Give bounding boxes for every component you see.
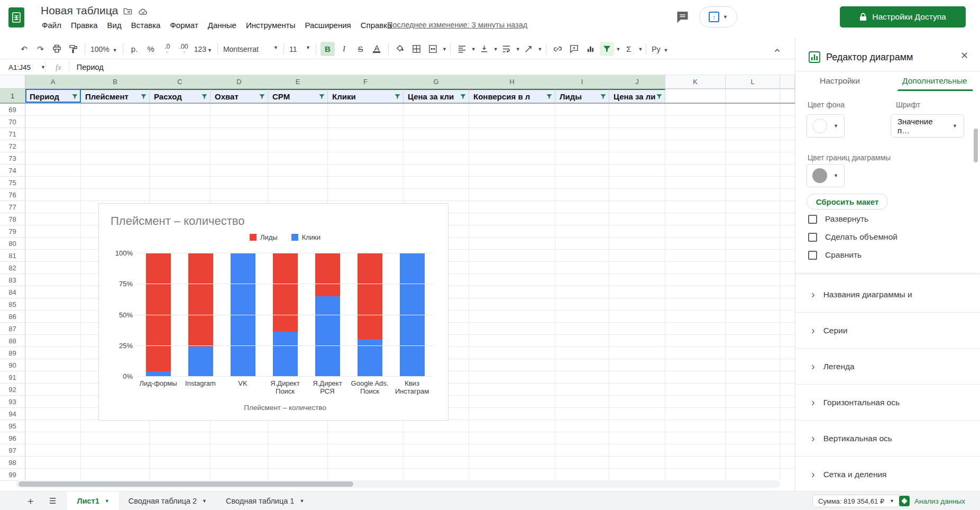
row-header-82[interactable]: 82 xyxy=(0,262,25,274)
row-header-78[interactable]: 78 xyxy=(0,213,25,225)
filter-header-cell-A[interactable]: Период xyxy=(25,89,81,103)
more-formats-button[interactable]: 123▼ xyxy=(192,45,214,53)
reset-layout-button[interactable]: Сбросить макет xyxy=(807,194,888,210)
column-header-G[interactable]: G xyxy=(404,75,469,89)
share-button[interactable]: Настройки Доступа xyxy=(840,6,966,28)
merge-caret-icon[interactable]: ▼ xyxy=(442,47,447,52)
menu-item-Правка[interactable]: Правка xyxy=(66,20,103,31)
present-caret-icon[interactable]: ▼ xyxy=(723,14,728,20)
sheet-tab-caret-icon[interactable]: ▼ xyxy=(202,498,207,504)
text-rotation-button[interactable] xyxy=(521,42,536,56)
row-header-90[interactable]: 90 xyxy=(0,359,25,371)
sheet-tab-caret-icon[interactable]: ▼ xyxy=(299,498,304,504)
name-box[interactable]: A1:J45▼ xyxy=(0,63,45,71)
column-header-B[interactable]: B xyxy=(81,75,150,89)
redo-button[interactable]: ↷ xyxy=(33,42,48,56)
row-header-89[interactable]: 89 xyxy=(0,347,25,359)
row-header-91[interactable]: 91 xyxy=(0,371,25,384)
insert-comment-button[interactable] xyxy=(567,42,581,56)
section-Серии[interactable]: ›Серии xyxy=(795,313,980,349)
bold-button[interactable]: B xyxy=(320,42,335,56)
currency-format-button[interactable]: р. xyxy=(127,42,142,56)
horizontal-align-caret-icon[interactable]: ▼ xyxy=(471,47,476,52)
text-rotation-caret-icon[interactable]: ▼ xyxy=(538,47,543,52)
sheet-tab-Сводная таблица 1[interactable]: Сводная таблица 1▼ xyxy=(216,491,314,510)
column-header-I[interactable]: I xyxy=(555,75,609,89)
filter-header-cell-I[interactable]: Лиды xyxy=(555,89,609,103)
font-select[interactable]: Montserrat▼ xyxy=(221,45,280,53)
cloud-status-icon[interactable] xyxy=(139,7,148,15)
column-header-A[interactable]: A xyxy=(25,75,81,89)
filter-icon[interactable] xyxy=(460,93,466,100)
select-all-corner[interactable] xyxy=(0,75,25,89)
tab-customize[interactable]: Дополнительные xyxy=(902,76,967,91)
sheet-tab-Сводная таблица 2[interactable]: Сводная таблица 2▼ xyxy=(119,491,216,510)
menu-item-Файл[interactable]: Файл xyxy=(37,20,66,31)
row-header-96[interactable]: 96 xyxy=(0,432,25,444)
row-header-72[interactable]: 72 xyxy=(0,140,25,152)
close-panel-icon[interactable]: ✕ xyxy=(960,50,968,61)
row-header-74[interactable]: 74 xyxy=(0,165,25,177)
empty-cell-K1[interactable] xyxy=(665,89,726,103)
decrease-decimal-button[interactable]: .0← xyxy=(160,42,175,56)
row-header-73[interactable]: 73 xyxy=(0,152,25,165)
sheets-logo-icon[interactable] xyxy=(8,7,24,28)
functions-caret-icon[interactable]: ▼ xyxy=(638,47,643,52)
filter-header-cell-E[interactable]: CPM xyxy=(268,89,328,103)
all-sheets-button[interactable]: ☰ xyxy=(49,496,56,506)
horizontal-align-button[interactable] xyxy=(455,42,469,56)
sum-chip[interactable]: Сумма: 819 354,61 ₽ ▼ xyxy=(812,495,900,507)
column-header-H[interactable]: H xyxy=(469,75,555,89)
collapse-toolbar-button[interactable] xyxy=(770,43,784,58)
filter-button[interactable] xyxy=(600,42,614,56)
column-header-C[interactable]: C xyxy=(150,75,210,89)
border-color-dropdown[interactable]: ▼ xyxy=(807,164,845,187)
horizontal-scrollbar-thumb[interactable] xyxy=(19,481,353,487)
menu-item-Вставка[interactable]: Вставка xyxy=(126,20,166,31)
row-header-81[interactable]: 81 xyxy=(0,250,25,262)
row-header-77[interactable]: 77 xyxy=(0,201,25,213)
row-header-80[interactable]: 80 xyxy=(0,238,25,250)
filter-icon[interactable] xyxy=(394,93,401,100)
row-header-71[interactable]: 71 xyxy=(0,128,25,140)
paint-format-button[interactable] xyxy=(66,42,80,56)
filter-header-cell-B[interactable]: Плейсмент xyxy=(81,89,150,103)
font-dropdown[interactable]: Значение п… ▼ xyxy=(891,114,964,138)
filter-icon[interactable] xyxy=(201,93,208,100)
document-title[interactable]: Новая таблица xyxy=(41,4,118,17)
row-header-92[interactable]: 92 xyxy=(0,384,25,396)
filter-icon[interactable] xyxy=(318,93,325,100)
row-header-93[interactable]: 93 xyxy=(0,396,25,408)
horizontal-scrollbar[interactable] xyxy=(16,480,780,488)
row-header-84[interactable]: 84 xyxy=(0,286,25,298)
star-icon[interactable]: ☆ xyxy=(107,6,115,17)
filter-icon[interactable] xyxy=(259,93,265,100)
menu-item-Вид[interactable]: Вид xyxy=(103,20,126,31)
increase-decimal-button[interactable]: .00→ xyxy=(177,42,191,56)
present-button[interactable]: ↑ ▼ xyxy=(699,6,737,28)
filter-header-cell-G[interactable]: Цена за кли xyxy=(404,89,469,103)
formula-input[interactable]: Период xyxy=(77,63,104,71)
text-wrap-caret-icon[interactable]: ▼ xyxy=(516,47,520,52)
row-header-86[interactable]: 86 xyxy=(0,311,25,323)
column-header-J[interactable]: J xyxy=(609,75,665,89)
sheet-tab-Лист1[interactable]: Лист1▼ xyxy=(67,491,118,510)
filter-header-cell-H[interactable]: Конверсия в л xyxy=(469,89,555,103)
checkbox-row-Сравнить[interactable]: Сравнить xyxy=(808,249,862,261)
checkbox[interactable] xyxy=(808,233,817,242)
insert-link-button[interactable] xyxy=(551,42,565,56)
text-color-button[interactable]: A xyxy=(370,42,384,56)
menu-item-Формат[interactable]: Формат xyxy=(165,20,203,31)
zoom-select[interactable]: 100% ▼ xyxy=(88,45,120,53)
filter-header-cell-D[interactable]: Охват xyxy=(210,89,268,103)
functions-button[interactable]: Σ xyxy=(621,42,636,56)
row-header-97[interactable]: 97 xyxy=(0,444,25,457)
checkbox[interactable] xyxy=(808,215,817,224)
filter-icon[interactable] xyxy=(656,93,663,100)
sheet-tab-caret-icon[interactable]: ▼ xyxy=(105,498,109,504)
row-header-1[interactable]: 1 xyxy=(0,89,25,103)
merge-cells-button[interactable] xyxy=(426,42,440,56)
row-header-76[interactable]: 76 xyxy=(0,189,25,201)
fill-color-button[interactable] xyxy=(393,42,407,56)
section-Легенда[interactable]: ›Легенда xyxy=(795,349,980,385)
